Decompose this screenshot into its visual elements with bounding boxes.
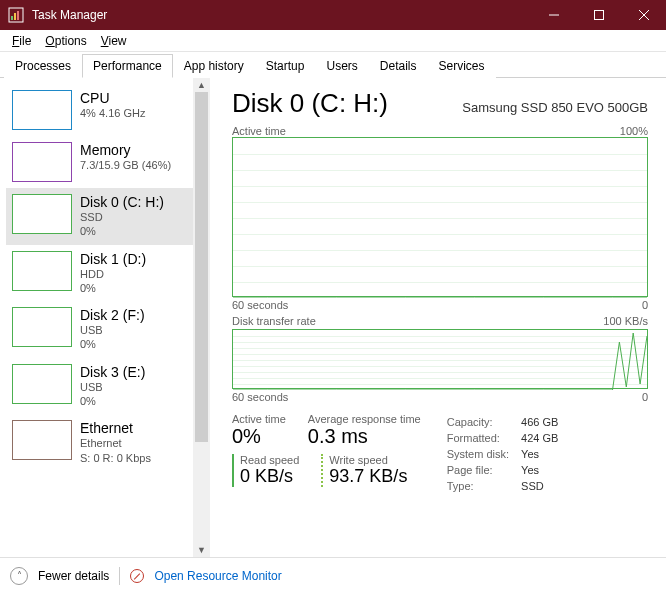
maximize-button[interactable] xyxy=(576,0,621,30)
resource-monitor-icon xyxy=(130,569,144,583)
chevron-up-icon[interactable]: ˄ xyxy=(10,567,28,585)
property-key: System disk: xyxy=(447,447,519,461)
active-time-value: 0% xyxy=(232,425,286,448)
chart2-label: Disk transfer rate xyxy=(232,315,316,327)
page-title: Disk 0 (C: H:) xyxy=(232,88,388,119)
thumbnail-icon xyxy=(12,364,72,404)
svg-rect-2 xyxy=(14,13,16,20)
fewer-details-button[interactable]: Fewer details xyxy=(38,569,109,583)
thumbnail-icon xyxy=(12,194,72,234)
thumbnail-icon xyxy=(12,142,72,182)
property-value: Yes xyxy=(521,447,568,461)
sidebar-item-line2: USB xyxy=(80,380,145,394)
write-speed-label: Write speed xyxy=(329,454,407,466)
transfer-rate-chart xyxy=(232,329,648,389)
tab-details[interactable]: Details xyxy=(369,54,428,78)
sidebar-item-title: Disk 3 (E:) xyxy=(80,364,145,380)
sidebar-item-line3: 0% xyxy=(80,337,145,351)
sidebar-item-line2: 7.3/15.9 GB (46%) xyxy=(80,158,171,172)
svg-rect-3 xyxy=(17,11,19,20)
sidebar-item-line2: SSD xyxy=(80,210,164,224)
property-row: Type:SSD xyxy=(447,479,569,493)
thumbnail-icon xyxy=(12,90,72,130)
sidebar-item-line3: 0% xyxy=(80,281,146,295)
sidebar-item-line2: Ethernet xyxy=(80,436,151,450)
sidebar: CPU 4% 4.16 GHz Memory 7.3/15.9 GB (46%)… xyxy=(0,78,210,557)
property-row: Page file:Yes xyxy=(447,463,569,477)
chart1-xright: 0 xyxy=(642,299,648,311)
sidebar-item-line2: 4% 4.16 GHz xyxy=(80,106,145,120)
close-button[interactable] xyxy=(621,0,666,30)
menu-view[interactable]: View xyxy=(95,32,133,50)
scroll-down-icon[interactable]: ▼ xyxy=(193,543,210,557)
open-resource-monitor-link[interactable]: Open Resource Monitor xyxy=(154,569,281,583)
tab-processes[interactable]: Processes xyxy=(4,54,82,78)
avg-response-value: 0.3 ms xyxy=(308,425,421,448)
chart1-max: 100% xyxy=(620,125,648,137)
tab-users[interactable]: Users xyxy=(315,54,368,78)
tab-performance[interactable]: Performance xyxy=(82,54,173,78)
sidebar-item-line3: 0% xyxy=(80,224,164,238)
sidebar-item-title: Disk 0 (C: H:) xyxy=(80,194,164,210)
footer: ˄ Fewer details Open Resource Monitor xyxy=(0,557,666,593)
sidebar-item-title: Disk 1 (D:) xyxy=(80,251,146,267)
property-key: Type: xyxy=(447,479,519,493)
sidebar-item-line2: HDD xyxy=(80,267,146,281)
chart1-xleft: 60 seconds xyxy=(232,299,288,311)
disk-model: Samsung SSD 850 EVO 500GB xyxy=(462,100,648,115)
scroll-thumb[interactable] xyxy=(195,92,208,442)
svg-rect-5 xyxy=(594,11,603,20)
thumbnail-icon xyxy=(12,251,72,291)
property-row: Formatted:424 GB xyxy=(447,431,569,445)
scroll-up-icon[interactable]: ▲ xyxy=(193,78,210,92)
sidebar-item-title: Ethernet xyxy=(80,420,151,436)
thumbnail-icon xyxy=(12,420,72,460)
sidebar-item-line3: S: 0 R: 0 Kbps xyxy=(80,451,151,465)
property-value: SSD xyxy=(521,479,568,493)
sidebar-item-disk-2[interactable]: Disk 0 (C: H:) SSD 0% xyxy=(6,188,210,245)
read-speed-value: 0 KB/s xyxy=(240,466,299,487)
menu-bar: File Options View xyxy=(0,30,666,52)
app-icon xyxy=(8,7,24,23)
sidebar-item-disk-4[interactable]: Disk 2 (F:) USB 0% xyxy=(6,301,210,358)
property-key: Capacity: xyxy=(447,415,519,429)
sidebar-item-line3: 0% xyxy=(80,394,145,408)
avg-response-label: Average response time xyxy=(308,413,421,425)
read-speed-label: Read speed xyxy=(240,454,299,466)
thumbnail-icon xyxy=(12,307,72,347)
chart1-label: Active time xyxy=(232,125,286,137)
chart2-xright: 0 xyxy=(642,391,648,403)
scrollbar[interactable]: ▲ ▼ xyxy=(193,78,210,557)
tab-startup[interactable]: Startup xyxy=(255,54,316,78)
title-bar: Task Manager xyxy=(0,0,666,30)
property-row: Capacity:466 GB xyxy=(447,415,569,429)
property-key: Page file: xyxy=(447,463,519,477)
property-value: 424 GB xyxy=(521,431,568,445)
write-speed-value: 93.7 KB/s xyxy=(329,466,407,487)
sidebar-item-eth-6[interactable]: Ethernet Ethernet S: 0 R: 0 Kbps xyxy=(6,414,210,471)
minimize-button[interactable] xyxy=(531,0,576,30)
active-time-chart xyxy=(232,137,648,297)
property-value: Yes xyxy=(521,463,568,477)
sidebar-item-disk-3[interactable]: Disk 1 (D:) HDD 0% xyxy=(6,245,210,302)
tab-app-history[interactable]: App history xyxy=(173,54,255,78)
menu-file[interactable]: File xyxy=(6,32,37,50)
disk-properties: Capacity:466 GBFormatted:424 GBSystem di… xyxy=(445,413,571,495)
sidebar-item-disk-5[interactable]: Disk 3 (E:) USB 0% xyxy=(6,358,210,415)
menu-options[interactable]: Options xyxy=(39,32,92,50)
tab-services[interactable]: Services xyxy=(428,54,496,78)
tab-bar: Processes Performance App history Startu… xyxy=(0,52,666,78)
sidebar-item-title: CPU xyxy=(80,90,145,106)
chart2-xleft: 60 seconds xyxy=(232,391,288,403)
chart2-max: 100 KB/s xyxy=(603,315,648,327)
sidebar-item-title: Memory xyxy=(80,142,171,158)
svg-rect-1 xyxy=(11,16,13,20)
sidebar-item-mem-1[interactable]: Memory 7.3/15.9 GB (46%) xyxy=(6,136,210,188)
property-key: Formatted: xyxy=(447,431,519,445)
main-panel: Disk 0 (C: H:) Samsung SSD 850 EVO 500GB… xyxy=(210,78,666,557)
window-title: Task Manager xyxy=(32,8,107,22)
property-row: System disk:Yes xyxy=(447,447,569,461)
sidebar-item-cpu-0[interactable]: CPU 4% 4.16 GHz xyxy=(6,84,210,136)
sidebar-item-line2: USB xyxy=(80,323,145,337)
sidebar-item-title: Disk 2 (F:) xyxy=(80,307,145,323)
